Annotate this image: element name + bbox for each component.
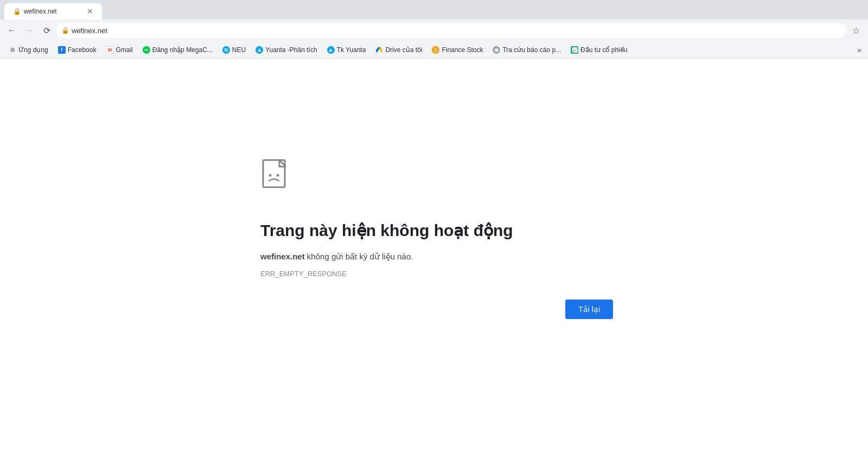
reload-btn-wrapper: Tải lại — [260, 300, 624, 319]
error-page-icon — [260, 159, 293, 199]
bookmark-tk-yuanta-label: Tk Yuanta — [337, 46, 366, 54]
tab-favicon: 🔒 — [13, 8, 21, 15]
bookmark-megac[interactable]: ∞ Đăng nhập MegaC... — [138, 45, 217, 55]
neu-favicon: N — [222, 46, 230, 54]
address-input[interactable] — [56, 23, 846, 38]
tab-close-button[interactable]: ✕ — [87, 7, 93, 16]
tk-yuanta-favicon: ▲ — [327, 46, 335, 54]
facebook-favicon: f — [58, 46, 66, 54]
browser-chrome: 🔒 wefinex.net ✕ ← → ⟳ 🔒 ☆ ⊞ Ứng dụng f F… — [0, 0, 868, 59]
bookmark-neu[interactable]: N NEU — [218, 45, 250, 55]
gmail-favicon: M — [106, 46, 113, 54]
bookmark-megac-label: Đăng nhập MegaC... — [152, 46, 213, 54]
bookmarks-more-button[interactable]: » — [855, 44, 864, 55]
drive-favicon — [375, 46, 383, 54]
bookmark-gmail[interactable]: M Gmail — [101, 45, 137, 55]
dau-tu-favicon: 📈 — [571, 46, 578, 54]
error-site-name: wefinex.net — [260, 252, 305, 261]
bookmark-dau-tu-label: Đầu tư cổ phiếu — [580, 46, 627, 54]
megac-favicon: ∞ — [143, 46, 150, 54]
error-description: wefinex.net không gửi bất kỳ dữ liệu nào… — [260, 251, 413, 263]
reload-page-button[interactable]: Tải lại — [565, 300, 613, 319]
bookmark-tra-cuu[interactable]: ◉ Tra cứu báo cáo p... — [488, 45, 565, 55]
error-code: ERR_EMPTY_RESPONSE — [260, 270, 347, 278]
bookmark-tra-cuu-label: Tra cứu báo cáo p... — [502, 46, 561, 54]
address-bar-row: ← → ⟳ 🔒 ☆ — [0, 20, 868, 41]
bookmark-dau-tu[interactable]: 📈 Đầu tư cổ phiếu — [566, 45, 631, 55]
bookmark-gmail-label: Gmail — [116, 46, 132, 54]
bookmarks-bar: ⊞ Ứng dụng f Facebook M Gmail ∞ Đăng nhậ… — [0, 41, 868, 59]
tab-bar: 🔒 wefinex.net ✕ — [0, 0, 868, 20]
active-tab[interactable]: 🔒 wefinex.net ✕ — [4, 3, 102, 20]
bookmark-star-button[interactable]: ☆ — [848, 23, 864, 38]
svg-point-3 — [277, 174, 279, 177]
finance-stock-favicon: ◎ — [432, 46, 439, 54]
page-content: Trang này hiện không hoạt động wefinex.n… — [0, 59, 868, 452]
error-description-suffix: không gửi bất kỳ dữ liệu nào. — [305, 252, 413, 261]
tra-cuu-favicon: ◉ — [493, 46, 500, 54]
svg-rect-0 — [263, 160, 285, 187]
address-bar-wrapper: 🔒 — [56, 23, 846, 38]
back-button[interactable]: ← — [4, 23, 20, 38]
error-title: Trang này hiện không hoạt động — [260, 221, 513, 240]
bookmark-drive[interactable]: Drive của tôi — [371, 45, 426, 55]
tab-title: wefinex.net — [24, 8, 84, 15]
reload-button[interactable]: ⟳ — [39, 23, 54, 38]
bookmark-apps-label: Ứng dụng — [18, 46, 48, 54]
bookmark-neu-label: NEU — [232, 46, 246, 54]
svg-point-2 — [269, 174, 272, 177]
forward-button[interactable]: → — [22, 23, 37, 38]
bookmark-yuanta-phan-tich-label: Yuanta -Phân tích — [265, 46, 317, 54]
bookmark-tk-yuanta[interactable]: ▲ Tk Yuanta — [323, 45, 371, 55]
bookmark-facebook[interactable]: f Facebook — [54, 45, 101, 55]
error-container: Trang này hiện không hoạt động wefinex.n… — [244, 159, 624, 319]
bookmark-facebook-label: Facebook — [68, 46, 97, 54]
yuanta-phan-tich-favicon: ▲ — [256, 46, 263, 54]
bookmark-drive-label: Drive của tôi — [385, 46, 422, 54]
bookmark-yuanta-phan-tich[interactable]: ▲ Yuanta -Phân tích — [251, 45, 321, 55]
bookmark-apps[interactable]: ⊞ Ứng dụng — [4, 45, 53, 55]
apps-favicon: ⊞ — [9, 46, 16, 54]
bookmark-finance-stock[interactable]: ◎ Finance Stock — [427, 45, 487, 55]
bookmark-finance-stock-label: Finance Stock — [442, 46, 483, 54]
